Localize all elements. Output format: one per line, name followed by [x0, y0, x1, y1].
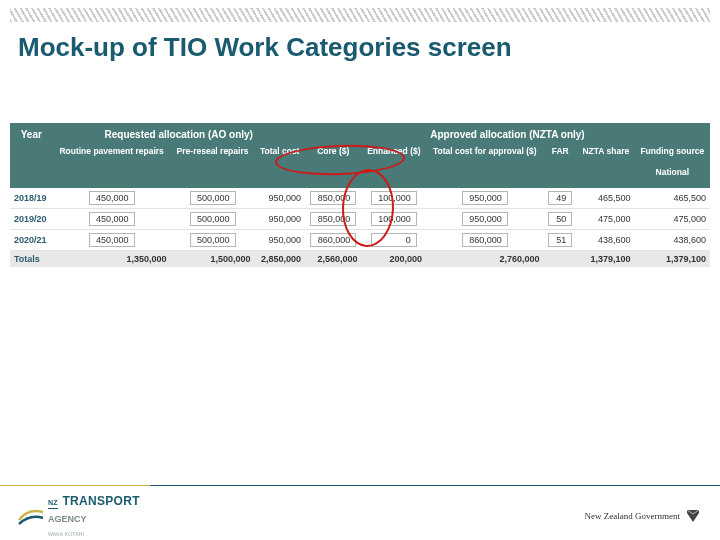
table-row: 2019/20 450,000 500,000 950,000 850,000 … — [10, 208, 710, 229]
cell-total: 950,000 — [254, 208, 304, 229]
cell-core: 850,000 — [305, 188, 362, 209]
cell-far: 51 — [543, 229, 577, 250]
cell-total-approval: 950,000 — [426, 188, 543, 209]
col-core: Core ($) — [305, 142, 362, 188]
cell-total-approval: 860,000 — [426, 229, 543, 250]
cell-far — [543, 250, 577, 267]
nzta-agency: AGENCY — [48, 514, 87, 524]
cell-far: 49 — [543, 188, 577, 209]
col-year: Year — [10, 123, 53, 188]
input-core[interactable]: 860,000 — [310, 233, 356, 247]
nzta-maori: WAKA KOTAHI — [48, 531, 84, 537]
cell-core: 860,000 — [305, 229, 362, 250]
table-row: 2020/21 450,000 500,000 950,000 860,000 … — [10, 229, 710, 250]
work-categories-table-wrap: Year Requested allocation (AO only) Appr… — [10, 123, 710, 267]
cell-nzta-share: 438,600 — [577, 229, 635, 250]
cell-nzta-share: 465,500 — [577, 188, 635, 209]
cell-nzta-share: 475,000 — [577, 208, 635, 229]
nzta-logo-icon — [18, 504, 44, 528]
col-far: FAR — [543, 142, 577, 188]
cell-total-approval: 950,000 — [426, 208, 543, 229]
page-title: Mock-up of TIO Work Categories screen — [18, 32, 702, 63]
cell-core: 2,560,000 — [305, 250, 362, 267]
input-total-approval[interactable]: 860,000 — [462, 233, 508, 247]
cell-routine: 450,000 — [53, 188, 171, 209]
input-preseal[interactable]: 500,000 — [190, 233, 236, 247]
col-enhanced: Enhanced ($) — [362, 142, 426, 188]
cell-funding: 1,379,100 — [635, 250, 710, 267]
col-total: Total cost — [254, 142, 304, 188]
cell-nzta-share: 1,379,100 — [577, 250, 635, 267]
cell-preseal: 1,500,000 — [171, 250, 255, 267]
cell-routine: 450,000 — [53, 229, 171, 250]
colgroup-requested: Requested allocation (AO only) — [53, 123, 305, 142]
col-funding-source: Funding source National — [635, 142, 710, 188]
input-total-approval[interactable]: 950,000 — [462, 191, 508, 205]
col-funding-national-label: National — [656, 167, 690, 177]
input-far[interactable]: 50 — [548, 212, 572, 226]
table-totals-row: Totals 1,350,000 1,500,000 2,850,000 2,5… — [10, 250, 710, 267]
col-funding-source-label: Funding source — [640, 146, 704, 156]
input-enhanced[interactable]: 100,000 — [371, 212, 417, 226]
cell-year: 2019/20 — [10, 208, 53, 229]
input-far[interactable]: 51 — [548, 233, 572, 247]
cell-total: 2,850,000 — [254, 250, 304, 267]
cell-enhanced: 0 — [362, 229, 426, 250]
coat-of-arms-icon — [684, 507, 702, 525]
nzta-brand: TRANSPORT — [62, 494, 139, 508]
cell-far: 50 — [543, 208, 577, 229]
cell-year: 2018/19 — [10, 188, 53, 209]
cell-routine: 450,000 — [53, 208, 171, 229]
input-core[interactable]: 850,000 — [310, 212, 356, 226]
footer-divider — [0, 485, 720, 486]
input-preseal[interactable]: 500,000 — [190, 212, 236, 226]
col-nzta-share: NZTA share — [577, 142, 635, 188]
input-routine[interactable]: 450,000 — [89, 212, 135, 226]
nzta-nz: NZ — [48, 500, 58, 508]
col-total-approval: Total cost for approval ($) — [426, 142, 543, 188]
cell-year: 2020/21 — [10, 229, 53, 250]
colgroup-approved: Approved allocation (NZTA only) — [305, 123, 710, 142]
cell-enhanced: 100,000 — [362, 208, 426, 229]
cell-enhanced: 200,000 — [362, 250, 426, 267]
table-row: 2018/19 450,000 500,000 950,000 850,000 … — [10, 188, 710, 209]
col-preseal: Pre-reseal repairs — [171, 142, 255, 188]
col-routine: Routine pavement repairs — [53, 142, 171, 188]
nzgov-logo: New Zealand Government — [585, 507, 702, 525]
input-total-approval[interactable]: 950,000 — [462, 212, 508, 226]
cell-preseal: 500,000 — [171, 208, 255, 229]
cell-total: 950,000 — [254, 229, 304, 250]
cell-funding: 438,600 — [635, 229, 710, 250]
cell-total: 950,000 — [254, 188, 304, 209]
cell-total-approval: 2,760,000 — [426, 250, 543, 267]
cell-totals-label: Totals — [10, 250, 53, 267]
cell-preseal: 500,000 — [171, 229, 255, 250]
cell-funding: 475,000 — [635, 208, 710, 229]
cell-preseal: 500,000 — [171, 188, 255, 209]
input-enhanced[interactable]: 0 — [371, 233, 417, 247]
cell-funding: 465,500 — [635, 188, 710, 209]
decorative-hatch — [10, 8, 710, 22]
nzta-logo: NZ TRANSPORT AGENCY WAKA KOTAHI — [18, 493, 140, 538]
nzgov-label: New Zealand Government — [585, 511, 680, 521]
cell-routine: 1,350,000 — [53, 250, 171, 267]
input-core[interactable]: 850,000 — [310, 191, 356, 205]
input-preseal[interactable]: 500,000 — [190, 191, 236, 205]
cell-core: 850,000 — [305, 208, 362, 229]
work-categories-table: Year Requested allocation (AO only) Appr… — [10, 123, 710, 267]
input-far[interactable]: 49 — [548, 191, 572, 205]
input-routine[interactable]: 450,000 — [89, 233, 135, 247]
input-enhanced[interactable]: 100,000 — [371, 191, 417, 205]
input-routine[interactable]: 450,000 — [89, 191, 135, 205]
cell-enhanced: 100,000 — [362, 188, 426, 209]
